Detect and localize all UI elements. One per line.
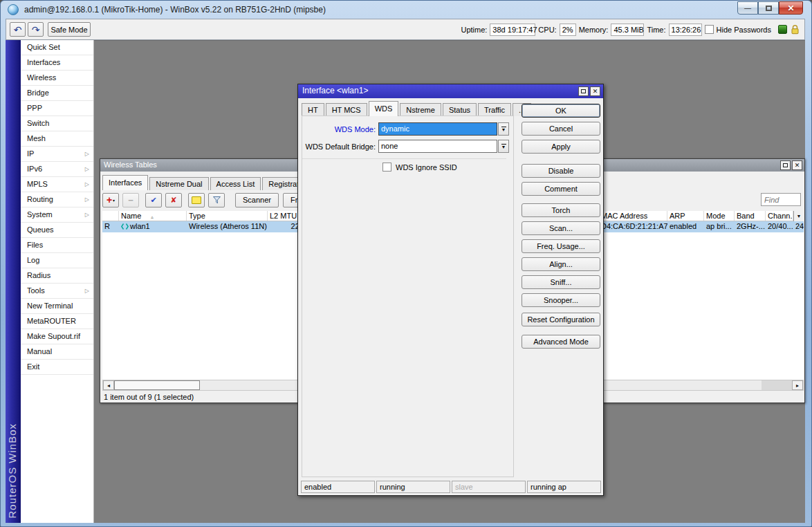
scan-button[interactable]: Scan...: [522, 221, 600, 235]
col-mode[interactable]: Mode: [704, 211, 735, 221]
col-name[interactable]: Name▵: [119, 211, 187, 221]
sidebar-item-new-terminal[interactable]: New Terminal: [21, 299, 93, 314]
tab-status[interactable]: Status: [443, 103, 477, 116]
winbox-logo-icon: [8, 4, 19, 15]
sidebar-item-interfaces[interactable]: Interfaces: [21, 55, 93, 71]
filter-button[interactable]: [208, 193, 225, 207]
dialog-close-button[interactable]: ✕: [590, 86, 600, 96]
sidebar-item-exit[interactable]: Exit: [21, 360, 93, 375]
cancel-button[interactable]: Cancel: [522, 122, 600, 136]
safe-mode-button[interactable]: Safe Mode: [48, 22, 91, 37]
sidebar-item-mesh[interactable]: Mesh: [21, 131, 93, 147]
sidebar-item-mpls[interactable]: MPLS▷: [21, 177, 93, 192]
scroll-left-button[interactable]: ◂: [103, 380, 114, 390]
col-arp[interactable]: ARP: [667, 211, 704, 221]
tab-nstreme-dual[interactable]: Nstreme Dual: [149, 177, 208, 190]
remove-button[interactable]: −: [122, 193, 139, 207]
window-title: admin@192.168.0.1 (MikroTik-Home) - WinB…: [24, 5, 326, 15]
maximize-button[interactable]: [758, 1, 779, 15]
field-separator: [302, 158, 506, 159]
scroll-right-icon: ▸: [796, 382, 799, 389]
sidebar-item-wireless[interactable]: Wireless: [21, 71, 93, 86]
sidebar-item-bridge[interactable]: Bridge: [21, 86, 93, 101]
redo-icon: ↷: [32, 24, 40, 35]
advanced-mode-button[interactable]: Advanced Mode: [522, 335, 600, 349]
submenu-arrow-icon: ▷: [85, 147, 89, 162]
col-mac-address[interactable]: MAC Address: [599, 211, 667, 221]
reset-configuration-button[interactable]: Reset Configuration: [522, 313, 600, 326]
sidebar-item-tools[interactable]: Tools▷: [21, 284, 93, 299]
wds-ignore-ssid-checkbox[interactable]: [382, 163, 391, 172]
wds-mode-combo[interactable]: dynamic: [378, 122, 497, 136]
tab-ht[interactable]: HT: [302, 103, 324, 116]
col-flags[interactable]: [102, 211, 119, 221]
add-dropdown-caret-icon: ▾: [113, 198, 115, 203]
dialog-maximize-button[interactable]: [578, 86, 589, 96]
row-name: wlan1: [119, 221, 187, 232]
sidebar-item-queues[interactable]: Queues: [21, 223, 93, 238]
wireless-maximize-button[interactable]: [780, 160, 791, 170]
comment-button[interactable]: [188, 193, 205, 207]
undo-button[interactable]: ↶: [10, 22, 26, 37]
align-button[interactable]: Align...: [522, 257, 600, 271]
ok-button[interactable]: OK: [522, 104, 600, 118]
sidebar-item-files[interactable]: Files: [21, 238, 93, 253]
sidebar-item-metarouter[interactable]: MetaROUTER: [21, 314, 93, 329]
scroll-right-button[interactable]: ▸: [792, 380, 803, 390]
sidebar-item-log[interactable]: Log: [21, 253, 93, 268]
sidebar-item-routing[interactable]: Routing▷: [21, 192, 93, 207]
winbox-main-window: admin@192.168.0.1 (MikroTik-Home) - WinB…: [0, 0, 812, 527]
scanner-button[interactable]: Scanner: [235, 193, 279, 207]
wds-default-bridge-combo[interactable]: none: [378, 140, 497, 153]
tab-ht-mcs[interactable]: HT MCS: [326, 103, 367, 116]
col-band[interactable]: Band: [735, 211, 766, 221]
maximize-icon: [783, 163, 788, 167]
close-button[interactable]: ✕: [779, 1, 803, 15]
maximize-icon: [766, 6, 772, 11]
wds-mode-dropdown-button[interactable]: ▼: [498, 122, 509, 136]
wds-bridge-dropdown-button[interactable]: ▼: [498, 140, 509, 153]
find-input[interactable]: [761, 193, 801, 206]
row-band: 2GHz-...: [735, 221, 766, 232]
snooper-button[interactable]: Snooper...: [522, 293, 600, 307]
comment-button[interactable]: Comment: [522, 182, 600, 196]
torch-button[interactable]: Torch: [522, 203, 600, 217]
close-icon: ✕: [795, 162, 800, 169]
col-type[interactable]: Type: [187, 211, 268, 221]
sidebar-item-switch[interactable]: Switch: [21, 116, 93, 131]
freq-usage-button[interactable]: Freq. Usage...: [522, 239, 600, 253]
sidebar-item-radius[interactable]: Radius: [21, 268, 93, 284]
sidebar-item-make-supout[interactable]: Make Supout.rif: [21, 329, 93, 344]
disable-button[interactable]: Disable: [522, 164, 600, 178]
sidebar-item-manual[interactable]: Manual: [21, 344, 93, 360]
tab-nstreme[interactable]: Nstreme: [400, 103, 441, 116]
tab-access-list[interactable]: Access List: [210, 177, 261, 190]
cpu-value: 2%: [560, 24, 576, 36]
hide-passwords-checkbox[interactable]: [705, 25, 714, 34]
redo-button[interactable]: ↷: [28, 22, 44, 37]
sidebar-item-ipv6[interactable]: IPv6▷: [21, 162, 93, 177]
apply-button[interactable]: Apply: [522, 140, 600, 154]
tab-interfaces[interactable]: Interfaces: [102, 175, 148, 190]
sidebar-item-ip[interactable]: IP▷: [21, 147, 93, 162]
scrollbar-thumb[interactable]: [114, 380, 200, 390]
sidebar-item-ppp[interactable]: PPP: [21, 101, 93, 116]
dialog-titlebar[interactable]: Interface <wlan1>: [298, 84, 603, 98]
disable-button[interactable]: ✘: [165, 193, 182, 207]
col-channel[interactable]: Chann...: [766, 211, 793, 221]
enable-button[interactable]: ✔: [145, 193, 162, 207]
row-arp: enabled: [667, 221, 704, 232]
add-button[interactable]: +▾: [102, 193, 119, 207]
sniff-button[interactable]: Sniff...: [522, 275, 600, 289]
wireless-close-button[interactable]: ✕: [792, 160, 802, 170]
connection-status-icon: [778, 25, 787, 34]
sidebar-item-system[interactable]: System▷: [21, 207, 93, 223]
wds-ignore-ssid-label: WDS Ignore SSID: [396, 163, 457, 172]
tab-wds[interactable]: WDS: [369, 101, 399, 116]
row-mode: ap bri...: [704, 221, 735, 232]
scrollbar-track[interactable]: [762, 380, 792, 390]
minimize-button[interactable]: —: [737, 1, 758, 15]
tab-traffic[interactable]: Traffic: [478, 103, 511, 116]
column-selector-button[interactable]: ▼: [793, 211, 804, 221]
sidebar-item-quick-set[interactable]: Quick Set: [21, 40, 93, 55]
